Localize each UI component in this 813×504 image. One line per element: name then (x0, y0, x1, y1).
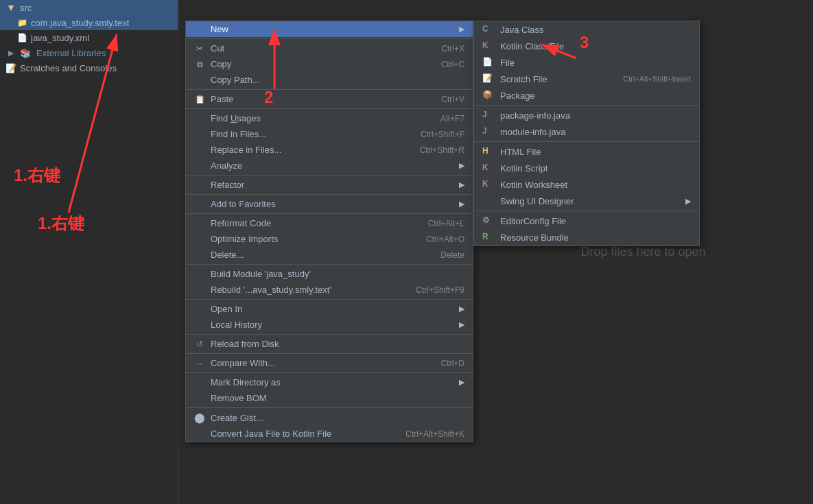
submenu-kotlin-script[interactable]: K Kotlin Script (474, 160, 699, 176)
context-menu-copy[interactable]: ⧉ Copy Ctrl+C (186, 56, 473, 72)
separator-2 (186, 89, 473, 90)
kotlin-worksheet-icon: K (482, 179, 495, 190)
scratch-file-label: Scratch File (500, 74, 623, 84)
submenu-scratch-file[interactable]: 📝 Scratch File Ctrl+Alt+Shift+Insert (474, 71, 699, 87)
submenu-package-info[interactable]: J package-info.java (474, 107, 699, 123)
copy-path-label: Copy Path... (211, 75, 464, 85)
replace-files-label: Replace in Files... (211, 145, 406, 155)
cut-label: Cut (211, 43, 427, 53)
refactor-label: Refactor (211, 180, 453, 190)
ext-lib-folder-icon: 📚 (20, 47, 31, 58)
submenu-new: C Java Class K Kotlin Class/File 📄 File … (473, 21, 700, 246)
copy-icon: ⧉ (194, 60, 205, 69)
gist-icon: ⬤ (194, 412, 205, 423)
sidebar-item-java-xml[interactable]: 📄 java_study.xml (0, 30, 178, 45)
submenu-kotlin-worksheet[interactable]: K Kotlin Worksheet (474, 176, 699, 193)
delete-label: Delete... (211, 250, 427, 260)
open-in-arrow: ▶ (459, 304, 464, 313)
java-class-label: Java Class (500, 25, 691, 35)
favorites-arrow: ▶ (459, 200, 464, 208)
find-files-shortcut: Ctrl+Shift+F (421, 130, 464, 139)
delete-shortcut: Delete (440, 250, 464, 260)
context-menu-replace-files[interactable]: Replace in Files... Ctrl+Shift+R (186, 142, 473, 158)
ext-lib-icon: ▶ (5, 47, 16, 58)
drop-files-text: Drop files here to open (580, 245, 705, 259)
submenu-html-file[interactable]: H HTML File (474, 143, 699, 160)
context-menu-refactor[interactable]: Refactor ▶ (186, 177, 473, 193)
open-in-label: Open In (211, 304, 453, 314)
gist-label: Create Gist... (211, 413, 464, 423)
context-menu-find-usages[interactable]: Find Usages Alt+F7 (186, 110, 473, 126)
cut-icon: ✂ (194, 44, 205, 53)
context-menu-rebuild[interactable]: Rebuild '...ava_study.smly.text' Ctrl+Sh… (186, 282, 473, 298)
sidebar-item-com-java[interactable]: 📁 com.java_study.smly.text (0, 15, 178, 30)
compare-icon: ↔ (194, 359, 205, 368)
local-history-arrow: ▶ (459, 320, 464, 329)
submenu-package[interactable]: 📦 Package (474, 87, 699, 104)
kotlin-class-label: Kotlin Class/File (500, 41, 691, 51)
context-menu-reformat[interactable]: Reformat Code Ctrl+Alt+L (186, 215, 473, 231)
context-menu-reload[interactable]: ↺ Reload from Disk (186, 336, 473, 352)
sidebar-label-com-java: com.java_study.smly.text (31, 18, 129, 28)
separator-7 (186, 264, 473, 265)
context-menu-remove-bom[interactable]: Remove BOM (186, 390, 473, 406)
local-history-label: Local History (211, 320, 453, 330)
file-icon-xml: 📄 (16, 32, 27, 43)
context-menu-new[interactable]: New ▶ (186, 21, 473, 37)
kotlin-script-icon: K (482, 163, 495, 173)
submenu-module-info[interactable]: J module-info.java (474, 123, 699, 140)
swing-ui-arrow: ▶ (685, 197, 691, 206)
annotation-label-2: 2 (264, 88, 273, 107)
remove-bom-label: Remove BOM (211, 393, 464, 403)
annotation-1: 1.右键 (14, 165, 60, 187)
submenu-resource-bundle[interactable]: R Resource Bundle (474, 229, 699, 245)
context-menu-paste[interactable]: 📋 Paste Ctrl+V (186, 91, 473, 107)
mark-dir-arrow: ▶ (459, 378, 464, 387)
analyze-label: Analyze (211, 160, 453, 171)
sidebar-item-src[interactable]: ▼ src (0, 0, 178, 15)
new-label: New (211, 24, 453, 34)
copy-label: Copy (211, 59, 427, 69)
submenu-sep-3 (474, 211, 699, 211)
context-menu-gist[interactable]: ⬤ Create Gist... (186, 409, 473, 426)
separator-4 (186, 175, 473, 176)
submenu-file[interactable]: 📄 File (474, 54, 699, 71)
submenu-editorconfig[interactable]: ⚙ EditorConfig File (474, 213, 699, 229)
context-menu-local-history[interactable]: Local History ▶ (186, 317, 473, 333)
swing-ui-label: Swing UI Designer (500, 196, 685, 206)
context-menu-optimize[interactable]: Optimize Imports Ctrl+Alt+O (186, 231, 473, 247)
new-arrow: ▶ (459, 25, 464, 34)
context-menu-build[interactable]: Build Module 'java_study' (186, 266, 473, 282)
annotation-label-3: 3 (580, 33, 589, 52)
package-info-label: package-info.java (500, 110, 691, 121)
favorites-label: Add to Favorites (211, 199, 453, 209)
sidebar-item-scratches[interactable]: 📝 Scratches and Consoles (0, 60, 178, 75)
submenu-swing-ui[interactable]: Swing UI Designer ▶ (474, 193, 699, 209)
reformat-shortcut: Ctrl+Alt+L (428, 219, 464, 228)
convert-label: Convert Java File to Kotlin File (211, 429, 392, 439)
refactor-arrow: ▶ (459, 180, 464, 189)
context-menu-mark-dir[interactable]: Mark Directory as ▶ (186, 374, 473, 390)
sidebar-label-xml: java_study.xml (31, 33, 89, 43)
sidebar-label-ext: External Libraries (36, 48, 106, 58)
context-menu-convert[interactable]: Convert Java File to Kotlin File Ctrl+Al… (186, 426, 473, 442)
sidebar-item-ext-libs[interactable]: ▶ 📚 External Libraries (0, 45, 178, 60)
convert-shortcut: Ctrl+Alt+Shift+K (405, 429, 464, 439)
rebuild-shortcut: Ctrl+Shift+F9 (416, 285, 464, 295)
mark-dir-label: Mark Directory as (211, 377, 453, 387)
context-menu-cut[interactable]: ✂ Cut Ctrl+X (186, 40, 473, 56)
reload-label: Reload from Disk (211, 339, 464, 349)
separator-1 (186, 38, 473, 39)
annotation-label-1: 1.右键 (38, 213, 84, 235)
context-menu-delete[interactable]: Delete... Delete (186, 247, 473, 263)
context-menu-find-files[interactable]: Find in Files... Ctrl+Shift+F (186, 126, 473, 142)
context-menu-open-in[interactable]: Open In ▶ (186, 301, 473, 317)
scratch-file-icon: 📝 (482, 73, 495, 84)
optimize-label: Optimize Imports (211, 234, 412, 244)
context-menu-compare[interactable]: ↔ Compare With... Ctrl+D (186, 355, 473, 371)
context-menu-copy-path[interactable]: Copy Path... (186, 72, 473, 88)
separator-9 (186, 334, 473, 335)
resource-bundle-label: Resource Bundle (500, 232, 691, 243)
context-menu-analyze[interactable]: Analyze ▶ (186, 158, 473, 173)
context-menu-favorites[interactable]: Add to Favorites ▶ (186, 196, 473, 212)
